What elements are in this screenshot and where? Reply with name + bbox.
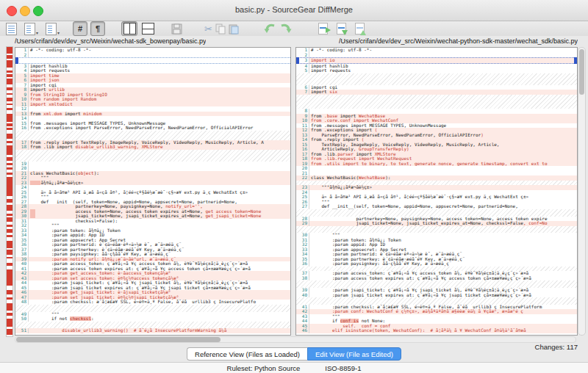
right-code-pane[interactable]: 1# -*- coding: utf-8 -*-23import io4impo…	[295, 47, 578, 336]
insertion-marker	[15, 57, 290, 64]
map-change-mark	[7, 141, 12, 143]
line-text: import six	[309, 90, 577, 95]
diff-gap	[296, 95, 577, 109]
right-file-path: /Users/crifan/dev/dev_src/Weixin/wechat-…	[339, 37, 578, 45]
document-lines-icon	[6, 23, 17, 35]
split-vertical-icon	[123, 23, 136, 35]
split-vertical-button[interactable]	[121, 21, 137, 36]
map-change-mark	[7, 263, 12, 267]
map-change-mark	[7, 199, 12, 203]
line-number: 50	[15, 316, 29, 322]
apply-change-up-button[interactable]	[355, 22, 365, 35]
map-change-mark	[7, 134, 12, 139]
map-change-mark	[7, 257, 12, 259]
map-change-mark	[7, 70, 12, 73]
map-change-mark	[7, 163, 12, 165]
show-invisibles-button[interactable]: ¶	[90, 21, 105, 36]
line-number: 46	[296, 328, 309, 333]
edit-view-button[interactable]: Edit View (File as Edited)	[307, 347, 401, 361]
apply-change-down-button[interactable]	[337, 22, 346, 35]
reference-view-button[interactable]: Reference View (Files as Loaded)	[187, 347, 307, 361]
undo-button[interactable]	[264, 22, 276, 35]
line-text: from .exceptions import ParseError, Need…	[29, 126, 290, 131]
clipboard-icon	[229, 23, 239, 35]
show-line-numbers-button[interactable]: #	[73, 21, 87, 36]
file-diff-menu-button[interactable]: ▾	[24, 22, 35, 35]
map-change-mark	[7, 269, 12, 286]
line-text: from .lib import disable_urllib3_warning…	[29, 145, 290, 150]
map-change-mark	[7, 145, 12, 155]
map-change-mark	[7, 319, 12, 327]
diffmerge-window: basic.py - SourceGear DiffMerge ▾ ▾ # ¶ …	[0, 0, 588, 373]
diff-gap	[15, 150, 290, 162]
folder-diff-menu-button[interactable]: ▾	[46, 22, 57, 35]
vertical-scrollbar-thumb[interactable]	[579, 49, 584, 95]
split-horizontal-button[interactable]	[140, 22, 155, 35]
map-change-mark	[7, 157, 12, 162]
map-change-mark	[7, 290, 12, 294]
diff-gap	[296, 226, 577, 233]
apply-change-right-button[interactable]	[318, 22, 328, 35]
code-line: 18from .lib import disable_urllib3_warni…	[15, 145, 290, 150]
line-number: 40	[296, 293, 309, 298]
map-change-mark	[7, 177, 12, 196]
line-text: import requests	[309, 68, 577, 73]
map-change-mark	[7, 250, 12, 255]
line-number: 38	[296, 276, 309, 281]
line-number: 27	[296, 204, 309, 209]
code-line: 5import requests	[296, 68, 577, 73]
code-line: 36 :param paysignkey: åå·ç­¾åå¯é¥ Key, æ…	[296, 261, 577, 267]
map-change-mark	[7, 47, 12, 54]
diff-gap	[296, 73, 577, 85]
horizontal-scrollbar-thumb[interactable]	[16, 337, 220, 342]
code-line: 48 :param checkssl: æ¯å¦æ£æ¥ SSL, é»è®¤ä…	[15, 300, 290, 305]
line-number: 3	[296, 58, 309, 63]
map-change-mark	[7, 123, 12, 126]
line-text: :param access_token_expires_at: ç´æ¥å¡«å…	[309, 276, 577, 281]
left-code-pane[interactable]: 1# -*- coding: utf-8 -*-23import hashlib…	[15, 47, 291, 336]
line-text: import io	[309, 58, 577, 63]
line-text: :param paysignkey: åå·ç­¾åå¯é¥ Key, æ¯ä»…	[309, 261, 577, 267]
map-change-mark	[7, 104, 12, 105]
diff-gap	[296, 209, 577, 217]
cut-button[interactable]: ✂	[204, 22, 212, 35]
map-change-mark	[7, 214, 12, 216]
redo-button[interactable]	[279, 22, 292, 35]
line-text: :param checkssl: æ¯å¦æ£æ¥ SSL, é»è®¤ä¸º …	[29, 300, 290, 305]
map-change-mark	[7, 55, 12, 59]
copy-pages-icon	[215, 23, 226, 35]
code-line: 27 def __init__(self, token=None, appid=…	[296, 204, 577, 209]
window-title: basic.py - SourceGear DiffMerge	[0, 5, 588, 14]
line-number: 16	[15, 126, 29, 131]
map-change-mark	[7, 167, 12, 170]
map-change-mark	[7, 329, 12, 335]
paste-button[interactable]	[229, 22, 239, 35]
map-change-mark	[7, 79, 12, 84]
code-line: 38 :param access_token_expires_at: ç´æ¥å…	[296, 276, 577, 281]
toolbar: ▾ ▾ # ¶ ✂	[0, 21, 588, 37]
line-text: jsapi_ticket=None, jsapi_ticket_expires_…	[309, 221, 577, 226]
vertical-scrollbar[interactable]	[578, 47, 586, 336]
overview-map[interactable]	[6, 46, 13, 337]
map-change-mark	[7, 235, 12, 237]
map-change-mark	[7, 313, 12, 316]
code-line: 22class WechatBasic(WechatBase):	[296, 175, 577, 181]
code-line: 29 jsapi_ticket=None, jsapi_ticket_expir…	[296, 221, 577, 226]
file-diff-button[interactable]	[6, 22, 17, 35]
map-change-mark	[7, 108, 12, 110]
line-number: 29	[296, 221, 309, 226]
ruleset-label: Ruleset: Python Source	[227, 364, 301, 372]
document-lines-icon	[46, 23, 57, 35]
save-button[interactable]	[171, 22, 182, 35]
horizontal-scrollbar[interactable]	[15, 336, 576, 343]
line-number: 18	[15, 145, 29, 150]
floppy-disk-icon	[171, 23, 182, 35]
map-change-mark	[7, 229, 12, 233]
line-text: :param jsapi_ticket_expires_at: ç´æ¥å¡«å…	[309, 293, 577, 298]
diff-gap	[15, 131, 290, 140]
line-text: def __init__(self, token=None, appid=Non…	[309, 204, 577, 209]
code-line: 50 if not checkssl:	[15, 316, 290, 322]
map-change-mark	[7, 217, 12, 222]
copy-button[interactable]	[215, 22, 226, 35]
line-number: 48	[15, 300, 29, 305]
